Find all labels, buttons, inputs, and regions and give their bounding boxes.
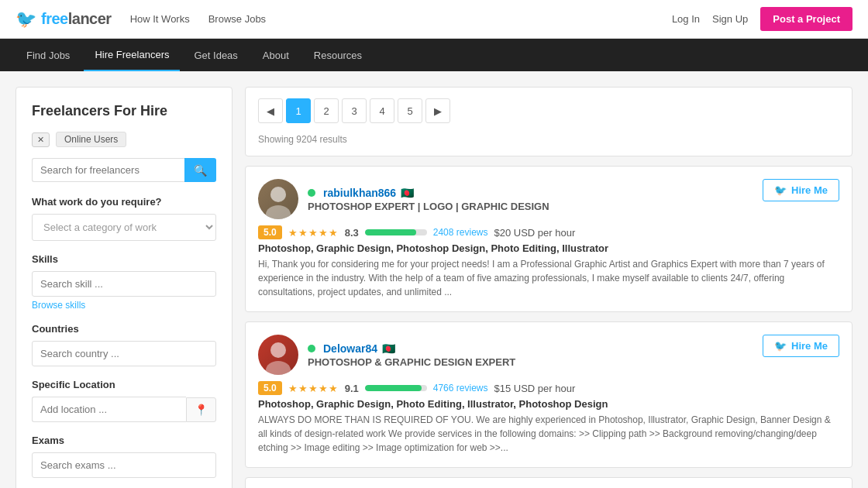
- sec-nav-hire-freelancers[interactable]: Hire Freelancers: [84, 39, 180, 71]
- score-badge: 5.0: [258, 225, 282, 239]
- sec-nav-resources[interactable]: Resources: [303, 39, 373, 71]
- hire-bird-icon: 🐦: [774, 184, 787, 196]
- category-label: What work do you require?: [32, 196, 216, 208]
- results-count: Showing 9204 results: [258, 134, 839, 145]
- category-filter: What work do you require? Select a categ…: [32, 196, 216, 241]
- content-area: ◀ 1 2 3 4 5 ▶ Showing 9204 results: [245, 87, 852, 488]
- remove-filter-button[interactable]: ✕: [32, 132, 50, 147]
- logo[interactable]: 🐦 freelancer: [16, 9, 112, 29]
- countries-label: Countries: [32, 323, 216, 335]
- rating-number: 9.1: [345, 383, 359, 394]
- card-header: Delowar84 🇧🇩 PHOTOSHOP & GRAPHIC DESIGN …: [258, 335, 839, 375]
- description: ALWAYS DO MORE THAN IS REQUIRED OF YOU. …: [258, 413, 839, 455]
- freelancer-card: rabiulkhan866 🇧🇩 PHOTOSHOP EXPERT | LOGO…: [245, 166, 852, 312]
- page-3-button[interactable]: 3: [342, 98, 367, 123]
- hire-me-button[interactable]: 🐦 Hire Me: [763, 335, 839, 357]
- sec-nav-find-jobs[interactable]: Find Jobs: [16, 39, 81, 71]
- next-page-button[interactable]: ▶: [425, 98, 450, 123]
- how-it-works-link[interactable]: How It Works: [130, 13, 190, 25]
- hire-me-button[interactable]: 🐦 Hire Me: [763, 179, 839, 201]
- progress-bar: [365, 229, 427, 235]
- user-name-row: rabiulkhan866 🇧🇩: [308, 187, 549, 199]
- progress-fill: [365, 385, 422, 391]
- rate: $15 USD per hour: [494, 383, 575, 394]
- progress-bar: [365, 385, 427, 391]
- username[interactable]: rabiulkhan866: [323, 187, 396, 199]
- search-input[interactable]: [32, 158, 184, 182]
- country-flag: 🇧🇩: [382, 342, 395, 355]
- pagination: ◀ 1 2 3 4 5 ▶: [258, 98, 839, 123]
- freelancer-card: MetaDesignIndia 🇮🇳 Professional Logo & G…: [245, 477, 852, 488]
- sec-nav-get-ideas[interactable]: Get Ideas: [183, 39, 248, 71]
- browse-jobs-link[interactable]: Browse Jobs: [208, 13, 266, 25]
- skills: Photoshop, Graphic Design, Photo Editing…: [258, 398, 839, 410]
- location-icon-button[interactable]: 📍: [186, 397, 216, 422]
- location-input-wrap: 📍: [32, 397, 216, 422]
- logo-bird-icon: 🐦: [16, 9, 36, 29]
- avatar: [258, 179, 298, 219]
- page-5-button[interactable]: 5: [398, 98, 422, 123]
- filter-tag-label: Online Users: [56, 132, 126, 147]
- exams-filter: Exams: [32, 435, 216, 478]
- rating-row: 5.0 ★★★★★ 9.1 4766 reviews $15 USD per h…: [258, 381, 839, 395]
- location-input[interactable]: [32, 397, 186, 422]
- card-user-info: Delowar84 🇧🇩 PHOTOSHOP & GRAPHIC DESIGN …: [258, 335, 515, 375]
- rating-row: 5.0 ★★★★★ 8.3 2408 reviews $20 USD per h…: [258, 225, 839, 239]
- sec-nav-about[interactable]: About: [252, 39, 300, 71]
- user-name-row: Delowar84 🇧🇩: [308, 342, 515, 355]
- signup-link[interactable]: Sign Up: [712, 13, 748, 25]
- card-header: rabiulkhan866 🇧🇩 PHOTOSHOP EXPERT | LOGO…: [258, 179, 839, 219]
- country-flag: 🇧🇩: [401, 187, 414, 199]
- login-link[interactable]: Log In: [672, 13, 700, 25]
- freelancer-title: PHOTOSHOP & GRAPHIC DESIGN EXPERT: [308, 356, 515, 368]
- stars: ★★★★★: [288, 383, 339, 394]
- browse-skills-link[interactable]: Browse skills: [32, 300, 216, 311]
- svg-point-2: [270, 342, 286, 358]
- top-nav-left: 🐦 freelancer How It Works Browse Jobs: [16, 9, 266, 29]
- skills-filter: Skills Browse skills: [32, 253, 216, 311]
- avatar: [258, 335, 298, 375]
- svg-point-1: [266, 205, 291, 219]
- svg-point-3: [266, 361, 291, 375]
- exams-label: Exams: [32, 435, 216, 446]
- rating-number: 8.3: [345, 227, 359, 239]
- skills: Photoshop, Graphic Design, Photoshop Des…: [258, 242, 839, 254]
- online-indicator: [308, 345, 315, 352]
- freelancer-title: PHOTOSHOP EXPERT | LOGO | GRAPHIC DESIGN: [308, 201, 549, 212]
- description: Hi, Thank you for considering me for you…: [258, 257, 839, 299]
- sidebar: Freelancers For Hire ✕ Online Users 🔍 Wh…: [16, 87, 232, 488]
- online-indicator: [308, 189, 315, 197]
- main-layout: Freelancers For Hire ✕ Online Users 🔍 Wh…: [0, 71, 868, 488]
- user-info: Delowar84 🇧🇩 PHOTOSHOP & GRAPHIC DESIGN …: [308, 342, 515, 368]
- rate: $20 USD per hour: [494, 227, 575, 239]
- top-navigation: 🐦 freelancer How It Works Browse Jobs Lo…: [0, 0, 868, 39]
- search-button[interactable]: 🔍: [184, 158, 216, 182]
- category-select[interactable]: Select a category of work: [32, 214, 216, 241]
- freelancer-cards: rabiulkhan866 🇧🇩 PHOTOSHOP EXPERT | LOGO…: [245, 166, 852, 488]
- exams-input[interactable]: [32, 452, 216, 478]
- skills-label: Skills: [32, 253, 216, 265]
- freelancer-card: Delowar84 🇧🇩 PHOTOSHOP & GRAPHIC DESIGN …: [245, 321, 852, 468]
- username[interactable]: Delowar84: [323, 342, 377, 355]
- card-user-info: rabiulkhan866 🇧🇩 PHOTOSHOP EXPERT | LOGO…: [258, 179, 549, 219]
- location-filter: Specific Location 📍: [32, 379, 216, 422]
- skills-input[interactable]: [32, 271, 216, 297]
- hire-bird-icon: 🐦: [774, 340, 787, 352]
- stars: ★★★★★: [288, 227, 339, 239]
- score-badge: 5.0: [258, 381, 282, 395]
- page-2-button[interactable]: 2: [314, 98, 339, 123]
- country-input[interactable]: [32, 341, 216, 366]
- prev-page-button[interactable]: ◀: [258, 98, 283, 123]
- location-label: Specific Location: [32, 379, 216, 390]
- filter-tags: ✕ Online Users: [32, 132, 216, 147]
- page-4-button[interactable]: 4: [370, 98, 394, 123]
- countries-filter: Countries: [32, 323, 216, 366]
- page-1-button[interactable]: 1: [286, 98, 311, 123]
- post-project-button[interactable]: Post a Project: [760, 7, 852, 31]
- user-info: rabiulkhan866 🇧🇩 PHOTOSHOP EXPERT | LOGO…: [308, 187, 549, 212]
- top-nav-right: Log In Sign Up Post a Project: [672, 7, 852, 31]
- secondary-navigation: Find Jobs Hire Freelancers Get Ideas Abo…: [0, 39, 868, 71]
- reviews-link[interactable]: 4766 reviews: [433, 383, 488, 393]
- reviews-link[interactable]: 2408 reviews: [433, 227, 488, 238]
- logo-text: freelancer: [41, 10, 112, 28]
